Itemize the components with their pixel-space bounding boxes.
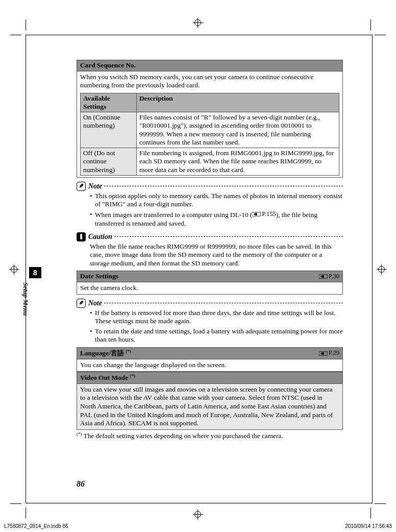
- caution-label: Caution: [88, 232, 112, 241]
- card-seq-intro: When you switch SD memory cards, you can…: [80, 73, 339, 90]
- bullet-dot: •: [90, 309, 95, 326]
- page-ref: P.30: [319, 273, 339, 281]
- bullet-dot: •: [90, 210, 95, 228]
- table-row: On (Continue numbering) Files names cons…: [81, 112, 339, 148]
- settings-table: Available Settings Description On (Conti…: [80, 93, 339, 176]
- crop-mark: [375, 503, 386, 504]
- note-label: Note: [88, 299, 102, 308]
- setting-desc: File numbering is assigned, from RIMG000…: [137, 148, 339, 176]
- note-heading: Note: [77, 182, 343, 191]
- section-header-video: Video Out Mode (*): [77, 372, 343, 384]
- dash-line: [104, 303, 343, 303]
- chapter-number: 8: [29, 267, 41, 278]
- crop-mark: [375, 35, 386, 35]
- footer-filename: L7580872_0914_En.indb 86: [4, 523, 68, 529]
- section-body-language: You can change the language displayed on…: [77, 359, 343, 372]
- page-number: 86: [77, 479, 85, 489]
- note-block: Note • This option applies only to memor…: [77, 182, 343, 228]
- bullet-text: To retain the date and time settings, lo…: [95, 327, 343, 344]
- note-label: Note: [88, 182, 102, 191]
- setting-name: Off (Do not continue numbering): [81, 148, 137, 176]
- footer-timestamp: 2010/09/14 17:56:43: [345, 523, 392, 529]
- table-row: Off (Do not continue numbering) File num…: [81, 148, 339, 176]
- crop-mark: [10, 35, 21, 35]
- side-tab: 8 Setup Menu: [26, 267, 44, 323]
- dash-line: [104, 186, 343, 186]
- crop-mark: [26, 507, 26, 519]
- page-ref: P.29: [319, 349, 339, 357]
- pageref-icon: [319, 351, 328, 356]
- language-title: Language/言語 (*): [80, 349, 131, 358]
- note-heading: Note: [77, 299, 343, 308]
- table-header-description: Description: [137, 93, 339, 112]
- date-title: Date Settings: [80, 272, 118, 281]
- bullet-dot: •: [90, 327, 95, 344]
- note-icon: [77, 182, 86, 191]
- section-body-video: You can view your still images and movie…: [77, 384, 343, 430]
- registration-mark: [9, 264, 19, 275]
- setting-desc: Files names consist of "R" followed by a…: [137, 112, 339, 148]
- crop-mark: [10, 503, 21, 504]
- section-body-card-sequence: When you switch SD memory cards, you can…: [77, 71, 343, 178]
- registration-mark: [193, 18, 203, 28]
- content-area: Card Sequence No. When you switch SD mem…: [77, 60, 343, 441]
- chapter-label: Setup Menu: [21, 282, 30, 316]
- note-body: • If the battery is removed for more tha…: [77, 309, 343, 344]
- bullet-item: • When images are transferred to a compu…: [90, 210, 343, 228]
- note-block: Note • If the battery is removed for mor…: [77, 299, 343, 344]
- bullet-item: • To retain the date and time settings, …: [90, 327, 343, 344]
- section-header-card-sequence: Card Sequence No.: [77, 60, 343, 71]
- page-frame: 8 Setup Menu Card Sequence No. When you …: [26, 35, 373, 503]
- default-setting-note: (*) The default setting varies depending…: [77, 431, 343, 441]
- section-header-language: Language/言語 (*) P.29: [77, 347, 343, 359]
- setting-name: On (Continue numbering): [81, 112, 137, 148]
- registration-mark: [377, 264, 387, 275]
- dash-line: [114, 236, 343, 237]
- crop-mark: [370, 19, 371, 31]
- pageref-icon: [252, 211, 261, 217]
- caution-icon: [77, 232, 86, 241]
- section-header-date: Date Settings P.30: [77, 271, 343, 282]
- note-body: • This option applies only to memory car…: [77, 192, 343, 228]
- caution-body: When the file name reaches RIMG9999 or R…: [77, 243, 343, 268]
- crop-mark: [26, 19, 26, 31]
- bullet-dot: •: [90, 192, 95, 209]
- page-ref: P.155: [252, 210, 276, 219]
- pageref-icon: [319, 274, 328, 279]
- table-header-settings: Available Settings: [81, 93, 137, 112]
- registration-mark: [193, 510, 203, 520]
- note-icon: [77, 299, 86, 308]
- bullet-text: This option applies only to memory cards…: [95, 192, 343, 209]
- section-body-date: Set the camera clock.: [77, 282, 343, 295]
- crop-mark: [370, 507, 371, 519]
- bullet-item: • This option applies only to memory car…: [90, 192, 343, 209]
- caution-heading: Caution: [77, 232, 343, 241]
- bullet-text: When images are transferred to a compute…: [95, 210, 343, 228]
- bullet-text: If the battery is removed for more than …: [95, 309, 343, 326]
- caution-block: Caution When the file name reaches RIMG9…: [77, 232, 343, 268]
- bullet-item: • If the battery is removed for more tha…: [90, 309, 343, 326]
